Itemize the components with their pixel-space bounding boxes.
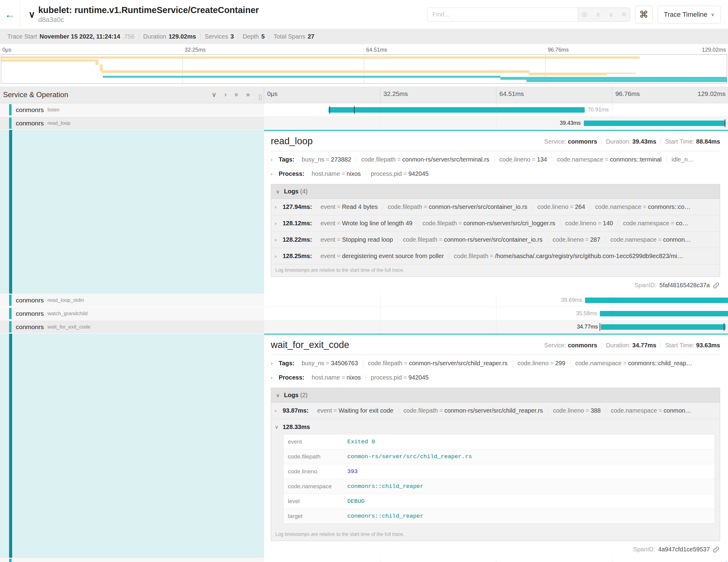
back-button[interactable]: ←	[0, 0, 20, 29]
tag-key: code.filepath	[361, 156, 396, 163]
chevron-right-icon: ›	[271, 360, 279, 366]
find-input[interactable]	[428, 8, 578, 21]
field-value: 140	[603, 220, 613, 227]
tags-items: busy_ns=273882code.filepath=conmon-rs/se…	[297, 156, 699, 163]
operation-name: wait_for_exit_code	[47, 324, 90, 330]
log-entry-row[interactable]: ›128.25ms:event=deregistering event sour…	[271, 248, 720, 264]
log-fields-table: eventExited 0code.filepathconmon-rs/serv…	[283, 434, 715, 524]
field-value: conmon…	[664, 407, 691, 414]
tag-value: 134	[537, 156, 547, 163]
expand-one-icon[interactable]: ›	[224, 91, 226, 98]
link-icon[interactable]	[713, 546, 719, 553]
span-row-name: conmonrswait_for_exit_code	[0, 320, 264, 334]
span-duration-bar[interactable]	[600, 311, 728, 316]
log-timestamp: 127.94ms:	[283, 203, 312, 210]
log-field: code.filepath=conmon-rs/server/src/conta…	[383, 203, 532, 210]
log-entry-row[interactable]: ›128.22ms:event=Stopping read loopcode.f…	[271, 232, 720, 248]
minimap-canvas[interactable]	[1, 54, 727, 83]
collapse-trace-toggle[interactable]: ∨	[20, 0, 38, 29]
timeline-gridline	[612, 103, 612, 116]
chevron-right-icon: ›	[275, 220, 283, 227]
logs-count: (2)	[298, 392, 308, 398]
equals-sign: =	[583, 236, 590, 243]
tag-value: conmonrs::terminal	[610, 156, 662, 163]
tag-key: host.name	[312, 170, 340, 177]
equals-sign: =	[438, 407, 444, 414]
log-field-row: code.namespaceconmonrs::child_reaper	[284, 479, 715, 494]
log-field: event=Wrote log line of length 49	[316, 220, 418, 227]
span-table-header: Service & Operation ∨ › » » 0μs32.25ms64…	[0, 87, 728, 103]
service-name: conmonrs	[16, 120, 44, 127]
tags-row[interactable]: ›Tags:busy_ns=34506763code.filepath=conm…	[271, 356, 720, 370]
chevron-right-icon: ›	[275, 253, 283, 259]
equals-sign: =	[402, 360, 409, 366]
spanid-label: SpanID:	[633, 546, 655, 553]
log-field-key: code.namespace	[284, 479, 344, 494]
field-key: code.filepath	[388, 203, 422, 210]
logs-note: Log timestamps are relative to the start…	[271, 529, 720, 541]
log-field: code.lineno=264	[532, 203, 590, 210]
divider	[271, 151, 720, 151]
trace-timeline-page: ← ∨ kubelet: runtime.v1.RuntimeService/C…	[0, 0, 728, 562]
span-duration-bar[interactable]	[601, 324, 726, 330]
collapse-all-icon[interactable]: »	[233, 93, 240, 97]
logs-header[interactable]: ∨Logs (2)	[271, 388, 720, 403]
field-value: conmon-rs/server/src/child_reaper.rs	[444, 407, 543, 414]
tags-row[interactable]: ›Tags:busy_ns=273882code.filepath=conmon…	[271, 152, 720, 167]
equals-sign: =	[402, 374, 409, 381]
span-duration-bar[interactable]	[584, 121, 726, 126]
log-timestamp: 128.22ms:	[283, 236, 312, 243]
span-row-wait_for_exit_code[interactable]: conmonrswait_for_exit_code34.77ms	[0, 320, 728, 334]
chevron-down-icon[interactable]: ∨	[608, 11, 613, 19]
tag-key: code.namespace	[557, 156, 603, 163]
link-icon[interactable]	[713, 282, 719, 289]
chevron-up-icon[interactable]: ∧	[596, 11, 600, 19]
equals-sign: =	[669, 220, 676, 227]
span-row-read_loop[interactable]: conmonrsread_loop39.43ms	[0, 117, 728, 130]
close-icon[interactable]: ✕	[621, 11, 627, 19]
log-entry-expanded-header[interactable]: ∨128.33ms	[271, 419, 720, 434]
expand-all-icon[interactable]: »	[246, 91, 250, 98]
log-entry-row[interactable]: ›128.12ms:event=Wrote log line of length…	[271, 215, 720, 232]
view-selector-button[interactable]: Trace Timeline ∨	[658, 6, 721, 23]
span-duration-bar[interactable]	[585, 298, 728, 303]
log-field: event=Read 4 bytes	[316, 203, 383, 210]
span-meta-item: Start Time: 93.63ms	[661, 342, 720, 349]
log-field: code.lineno=140	[560, 220, 618, 227]
logs-accordion: ∨Logs (2)›93.87ms:event=Waiting for exit…	[271, 388, 720, 541]
process-row[interactable]: ›Process:host.name=nixosprocess.pid=9420…	[271, 370, 720, 385]
log-field: event=Waiting for exit code	[312, 407, 399, 414]
span-meta: Service: conmonrsDuration: 39.43msStart …	[540, 136, 720, 145]
log-entry-row[interactable]: ›93.87ms:event=Waiting for exit codecode…	[271, 403, 720, 419]
span-row-read_loop_stdin[interactable]: conmonrsread_loop_stdin39.69ms	[0, 294, 728, 307]
equals-sign: =	[422, 203, 429, 210]
span-row-listen[interactable]: conmonrslisten70.91ms	[0, 103, 728, 117]
span-row-watch_grandchild[interactable]: conmonrswatch_grandchild35.58ms	[0, 307, 728, 320]
log-field-key: code.lineno	[284, 464, 344, 479]
span-duration-label: 70.91ms	[588, 107, 609, 113]
span-duration-bar[interactable]	[328, 107, 584, 113]
field-key: code.namespace	[623, 220, 669, 227]
chevron-right-icon: ›	[271, 171, 279, 177]
keyboard-shortcuts-button[interactable]: ⌘	[635, 6, 653, 23]
field-key: event	[321, 253, 335, 259]
process-item: process.pid=942045	[366, 170, 434, 177]
process-row[interactable]: ›Process:host.name=nixosprocess.pid=9420…	[271, 167, 720, 181]
log-field-value: conmonrs::child_reaper	[344, 479, 427, 494]
log-entry-row[interactable]: ›127.94ms:event=Read 4 bytescode.filepat…	[271, 199, 720, 215]
collapse-one-icon[interactable]: ∨	[212, 91, 216, 98]
minimap-tick-label: 32.25ms	[185, 47, 206, 53]
target-icon[interactable]	[581, 11, 588, 18]
logs-header[interactable]: ∨Logs (4)	[271, 184, 720, 199]
equals-sign: =	[335, 236, 342, 243]
summary-label: Trace Start	[7, 33, 37, 40]
child-span-tick	[354, 106, 355, 114]
column-resize-handle[interactable]	[259, 94, 261, 100]
ruler-tick-label: 0μs	[267, 90, 277, 97]
spanid-value: 5faf48165428c37a	[659, 282, 710, 289]
service-operation-title: Service & Operation	[3, 90, 68, 99]
span-row-write_exit_path[interactable]: conmonrswrite_exit_path303μs	[0, 558, 728, 562]
equals-sign: =	[584, 407, 591, 414]
span-name: read_loop	[271, 136, 313, 147]
field-key: code.filepath	[403, 236, 437, 243]
